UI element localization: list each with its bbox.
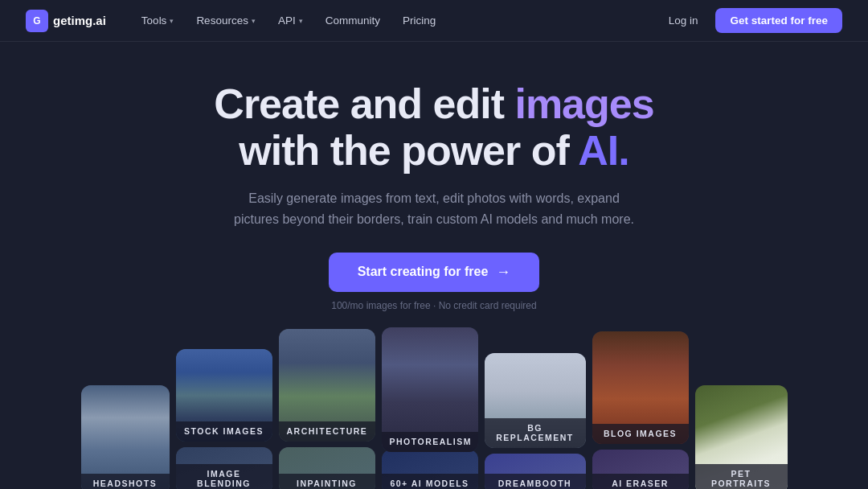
nav-resources-label: Resources bbox=[196, 14, 248, 27]
nav-link-tools[interactable]: Tools ▾ bbox=[132, 10, 184, 31]
col-headshots: HEADSHOTS bbox=[81, 385, 170, 489]
hero-title-part1: Create and edit bbox=[214, 80, 514, 127]
ai-eraser-label: AI ERASER bbox=[592, 474, 689, 489]
card-stock-images[interactable]: STOCK IMAGES bbox=[176, 349, 272, 442]
cards-strip: HEADSHOTS STOCK IMAGES IMAGE BLENDING AR… bbox=[0, 311, 868, 489]
card-pet-portraits[interactable]: PET PORTRAITS bbox=[695, 385, 788, 489]
hero-title: Create and edit images with the power of… bbox=[0, 80, 868, 174]
nav-logo[interactable]: G getimg.ai bbox=[26, 10, 106, 32]
card-photorealism[interactable]: PHOTOREALISM bbox=[382, 327, 478, 452]
login-link[interactable]: Log in bbox=[661, 10, 706, 31]
logo-text: getimg.ai bbox=[53, 14, 106, 27]
hero-start-label: Start creating for free bbox=[358, 265, 489, 279]
nav-get-started-button[interactable]: Get started for free bbox=[715, 8, 842, 33]
hero-title-dot: . bbox=[618, 127, 628, 174]
image-blending-label: IMAGE BLENDING bbox=[176, 464, 272, 489]
nav-links: Tools ▾ Resources ▾ API ▾ Community Pric… bbox=[132, 10, 661, 31]
chevron-down-icon: ▾ bbox=[252, 17, 256, 25]
nav-link-pricing[interactable]: Pricing bbox=[393, 10, 445, 31]
nav-link-resources[interactable]: Resources ▾ bbox=[186, 10, 265, 31]
card-dreambooth[interactable]: DREAMBOOTH bbox=[485, 454, 586, 489]
card-architecture[interactable]: ARCHITECTURE bbox=[279, 329, 375, 442]
card-image-blending[interactable]: IMAGE BLENDING bbox=[176, 447, 272, 489]
nav-community-label: Community bbox=[326, 14, 380, 27]
logo-icon: G bbox=[26, 10, 48, 32]
nav-link-api[interactable]: API ▾ bbox=[268, 10, 313, 31]
nav-api-label: API bbox=[278, 14, 296, 27]
pet-label: PET PORTRAITS bbox=[695, 464, 788, 489]
chevron-down-icon: ▾ bbox=[299, 17, 303, 25]
inpainting-label: INPAINTING bbox=[279, 474, 375, 489]
card-60-models[interactable]: 60+ AI MODELS bbox=[382, 450, 478, 489]
col-blog: BLOG IMAGES AI ERASER bbox=[592, 331, 689, 489]
photorealism-label: PHOTOREALISM bbox=[382, 432, 478, 452]
bg-replacement-label: BG REPLACEMENT bbox=[485, 418, 586, 448]
nav-pricing-label: Pricing bbox=[403, 14, 436, 27]
hero-subtitle: Easily generate images from text, edit p… bbox=[225, 188, 643, 229]
navbar: G getimg.ai Tools ▾ Resources ▾ API ▾ Co… bbox=[0, 0, 868, 42]
hero-section: Create and edit images with the power of… bbox=[0, 42, 868, 311]
card-headshots[interactable]: HEADSHOTS bbox=[81, 385, 170, 489]
col-bg-replacement: BG REPLACEMENT DREAMBOOTH bbox=[485, 353, 586, 489]
col-pet: PET PORTRAITS bbox=[695, 385, 788, 489]
dreambooth-label: DREAMBOOTH bbox=[485, 474, 586, 489]
card-inpainting[interactable]: INPAINTING bbox=[279, 447, 375, 489]
col-photorealism: PHOTOREALISM 60+ AI MODELS bbox=[382, 327, 478, 489]
hero-cta-note: 100/mo images for free · No credit card … bbox=[331, 300, 536, 311]
hero-title-ai: AI bbox=[578, 127, 618, 174]
col-stock: STOCK IMAGES IMAGE BLENDING bbox=[176, 349, 272, 489]
hero-start-button[interactable]: Start creating for free → bbox=[329, 253, 540, 292]
arrow-right-icon: → bbox=[496, 264, 510, 281]
nav-tools-label: Tools bbox=[141, 14, 167, 27]
chevron-down-icon: ▾ bbox=[170, 17, 174, 25]
hero-title-images: images bbox=[514, 80, 653, 127]
models-label: 60+ AI MODELS bbox=[382, 474, 478, 489]
nav-link-community[interactable]: Community bbox=[316, 10, 390, 31]
architecture-label: ARCHITECTURE bbox=[279, 421, 375, 442]
card-ai-eraser[interactable]: AI ERASER bbox=[592, 450, 689, 489]
nav-right: Log in Get started for free bbox=[661, 8, 842, 33]
stock-label: STOCK IMAGES bbox=[176, 421, 272, 442]
card-blog-images[interactable]: BLOG IMAGES bbox=[592, 331, 689, 444]
card-bg-replacement[interactable]: BG REPLACEMENT bbox=[485, 353, 586, 448]
headshots-label: HEADSHOTS bbox=[81, 474, 170, 489]
hero-cta-area: Start creating for free → 100/mo images … bbox=[0, 253, 868, 311]
hero-title-part2: with the power of bbox=[239, 127, 578, 174]
blog-label: BLOG IMAGES bbox=[592, 424, 689, 444]
col-architecture: ARCHITECTURE INPAINTING bbox=[279, 329, 375, 489]
